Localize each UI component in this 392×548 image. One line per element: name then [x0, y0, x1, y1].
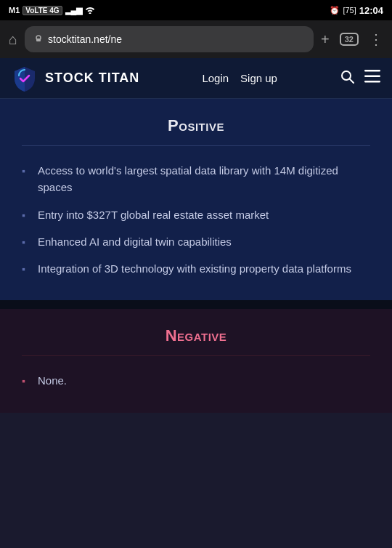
svg-point-2: [342, 71, 351, 80]
url-bar[interactable]: stocktitan.net/ne: [25, 26, 314, 52]
battery-icon: [75]: [343, 6, 356, 15]
header-icons: [340, 69, 380, 87]
list-item: Enhanced AI and digital twin capabilitie…: [22, 233, 370, 260]
negative-list: None.: [22, 372, 370, 389]
list-item: Access to world's largest spatial data l…: [22, 162, 370, 206]
url-security-icon: [33, 33, 44, 46]
svg-rect-6: [364, 81, 380, 83]
svg-line-3: [350, 79, 354, 83]
menu-icon[interactable]: [364, 70, 380, 86]
negative-divider: [22, 355, 370, 356]
time-display: 12:04: [359, 5, 383, 16]
list-item: None.: [22, 372, 370, 389]
list-item: Integration of 3D technology with existi…: [22, 260, 370, 277]
more-options-button[interactable]: ⋮: [369, 31, 383, 48]
negative-title: Negative: [22, 326, 370, 345]
network-type: VoLTE 4G: [23, 6, 62, 15]
svg-rect-5: [364, 76, 380, 78]
positive-section: Positive Access to world's largest spati…: [0, 99, 392, 300]
site-header: STOCK TITAN Login Sign up: [0, 58, 392, 99]
signal-icon: ▂▄▆: [65, 6, 83, 15]
header-nav: Login Sign up: [202, 72, 277, 84]
status-right: ⏰ [75] 12:04: [330, 5, 383, 16]
positive-divider: [22, 145, 370, 146]
logo-text: STOCK TITAN: [45, 70, 139, 86]
alarm-icon: ⏰: [330, 6, 340, 15]
browser-actions: + 32 ⋮: [321, 31, 383, 48]
search-icon[interactable]: [340, 69, 354, 87]
svg-rect-1: [36, 39, 41, 41]
status-left: M1 VoLTE 4G ▂▄▆: [9, 6, 95, 15]
main-content: Positive Access to world's largest spati…: [0, 99, 392, 413]
add-tab-button[interactable]: +: [321, 31, 330, 48]
list-item: Entry into $327T global real estate asse…: [22, 206, 370, 233]
url-text: stocktitan.net/ne: [48, 33, 305, 45]
carrier-label: M1: [9, 6, 20, 15]
tab-count[interactable]: 32: [340, 33, 359, 46]
negative-section: Negative None.: [0, 309, 392, 412]
signup-link[interactable]: Sign up: [240, 72, 277, 84]
logo-icon: [12, 65, 38, 92]
login-link[interactable]: Login: [202, 72, 229, 84]
positive-list: Access to world's largest spatial data l…: [22, 162, 370, 277]
logo-area: STOCK TITAN: [12, 65, 139, 92]
home-button[interactable]: ⌂: [9, 31, 17, 48]
browser-bar: ⌂ stocktitan.net/ne + 32 ⋮: [0, 20, 392, 58]
section-gap: [0, 300, 392, 309]
svg-rect-4: [364, 70, 380, 72]
wifi-icon: [85, 6, 95, 15]
status-bar: M1 VoLTE 4G ▂▄▆ ⏰ [75] 12:04: [0, 0, 392, 20]
positive-title: Positive: [22, 116, 370, 135]
